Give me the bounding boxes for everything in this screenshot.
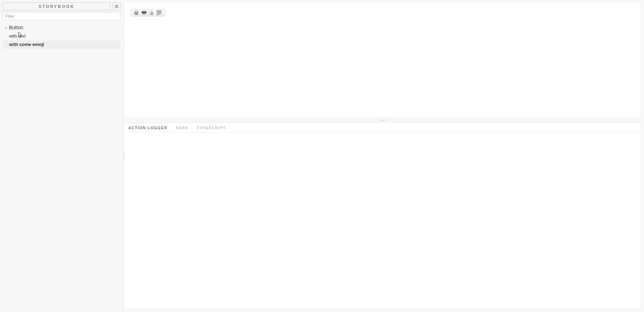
shortcuts-button[interactable]: ⌘ <box>112 2 121 10</box>
panel-resize-handle[interactable] <box>124 118 644 123</box>
addon-tabs: ACTION LOGGER SASS TYPESCRIPT <box>124 123 641 133</box>
sidebar-header: STORYBOOK ⌘ <box>3 2 121 10</box>
command-icon: ⌘ <box>114 4 119 9</box>
tree-stories: with text with some emoji <box>3 32 121 49</box>
tree-group-label: Button <box>9 25 23 30</box>
tree-story-with-some-emoji[interactable]: with some emoji <box>3 40 121 49</box>
sidebar: STORYBOOK ⌘ Button with text with some e… <box>0 0 124 312</box>
tree-group-button[interactable]: Button <box>3 24 121 31</box>
tab-action-logger[interactable]: ACTION LOGGER <box>128 126 167 130</box>
filter-input[interactable] <box>3 12 121 20</box>
sidebar-resize-handle[interactable] <box>123 152 124 160</box>
emoji-button[interactable]: 😀 😎 👍 💯 <box>130 9 165 16</box>
main: 😀 😎 👍 💯 ACTION LOGGER SASS TYPESCRIPT <box>124 0 644 312</box>
tab-sass[interactable]: SASS <box>176 126 188 130</box>
tree-story-with-text[interactable]: with text <box>3 32 121 40</box>
addon-body <box>124 133 641 309</box>
tree-story-label: with text <box>9 33 26 39</box>
chevron-down-icon <box>4 26 8 30</box>
brand-button[interactable]: STORYBOOK <box>3 2 110 10</box>
tab-typescript[interactable]: TYPESCRIPT <box>196 126 226 130</box>
grip-icon <box>380 120 387 121</box>
preview-pane: 😀 😎 👍 💯 <box>124 3 641 118</box>
addons-pane: ACTION LOGGER SASS TYPESCRIPT <box>124 123 641 309</box>
tree-story-label: with some emoji <box>9 42 44 47</box>
stories-tree: Button with text with some emoji <box>3 24 121 49</box>
